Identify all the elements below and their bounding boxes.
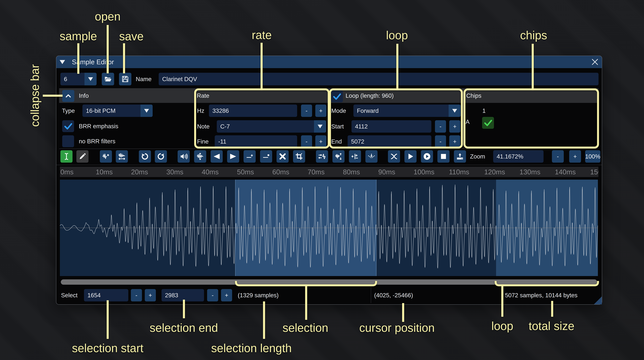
timeline-ruler[interactable]: 0ms10ms20ms30ms40ms50ms60ms70ms80ms90ms1… bbox=[60, 167, 598, 177]
note-combo[interactable]: C-7 bbox=[217, 120, 326, 132]
draw-mode-button[interactable] bbox=[76, 150, 88, 162]
note-combo-value: C-7 bbox=[220, 120, 230, 132]
zoom-in-button[interactable]: + bbox=[569, 150, 581, 162]
dropdown-arrow-icon bbox=[452, 109, 457, 113]
annotation-rate: rate bbox=[252, 28, 272, 42]
chip-enable-checkbox[interactable] bbox=[482, 117, 494, 129]
selection-end-plus-button[interactable]: + bbox=[221, 289, 232, 302]
ruler-label: 40ms bbox=[202, 167, 219, 177]
ruler-label: 140ms bbox=[555, 167, 576, 177]
speaker-icon bbox=[180, 152, 188, 160]
fine-minus-button[interactable]: - bbox=[301, 135, 312, 148]
invert-button[interactable] bbox=[332, 150, 344, 162]
loop-enable-checkbox[interactable] bbox=[331, 90, 343, 102]
type-combo[interactable]: 16-bit PCM bbox=[82, 104, 153, 117]
desktop-background: Sample Editor 6 Name Clarinet DQV bbox=[0, 0, 644, 360]
selection-start-plus-button[interactable]: + bbox=[145, 289, 156, 302]
waveform-scrollbar[interactable] bbox=[61, 280, 597, 285]
loop-start-input[interactable]: 4112 bbox=[352, 120, 431, 132]
loop-end-minus-button[interactable]: - bbox=[435, 135, 446, 148]
check-icon bbox=[482, 117, 494, 129]
fade-out-button[interactable] bbox=[227, 150, 239, 162]
loop-start-minus-button[interactable]: - bbox=[435, 120, 446, 132]
window-title: Sample Editor bbox=[72, 56, 114, 68]
crossfade-loop-button[interactable] bbox=[388, 150, 400, 162]
hz-input[interactable]: 33286 bbox=[209, 104, 297, 117]
sign-button[interactable] bbox=[349, 150, 361, 162]
name-input[interactable]: Clarinet DQV bbox=[159, 73, 598, 85]
close-icon[interactable] bbox=[591, 58, 599, 66]
rate-header: Rate bbox=[197, 88, 209, 103]
trim-button[interactable] bbox=[293, 150, 305, 162]
ruler-label: 50ms bbox=[237, 167, 254, 177]
preview-device-button[interactable] bbox=[454, 150, 466, 162]
line-star-icon bbox=[262, 152, 270, 160]
info-collapse-button[interactable] bbox=[62, 90, 74, 102]
ruler-label: 150ms bbox=[590, 167, 598, 177]
fade-in-button[interactable] bbox=[210, 150, 223, 162]
open-folder-icon bbox=[104, 75, 112, 83]
save-sample-button[interactable] bbox=[119, 73, 132, 85]
end-label: End bbox=[331, 135, 342, 148]
hz-minus-button[interactable]: - bbox=[301, 104, 312, 117]
mode-combo[interactable]: Forward bbox=[354, 104, 461, 117]
zoom-label: Zoom bbox=[470, 150, 485, 162]
dropdown-arrow-icon bbox=[88, 77, 93, 81]
delete-button[interactable] bbox=[276, 150, 289, 162]
selection-length-stem bbox=[263, 302, 265, 339]
selection-start-minus-button[interactable]: - bbox=[131, 289, 142, 302]
fine-input[interactable]: -11 bbox=[215, 135, 297, 148]
annotation-selection: selection bbox=[282, 321, 328, 334]
normalize-button[interactable] bbox=[194, 150, 206, 162]
window-titlebar[interactable]: Sample Editor bbox=[56, 56, 602, 68]
window-collapse-icon[interactable] bbox=[60, 60, 65, 64]
play-from-cursor-button[interactable] bbox=[421, 150, 433, 162]
crossfade-icon bbox=[390, 152, 398, 160]
brr-emphasis-checkbox[interactable] bbox=[62, 120, 74, 132]
mode-label: Mode bbox=[331, 104, 346, 117]
resize-button[interactable] bbox=[100, 150, 112, 162]
undo-button[interactable] bbox=[139, 150, 151, 162]
sample-combo[interactable]: 6 bbox=[60, 73, 96, 85]
ruler-label: 110ms bbox=[449, 167, 469, 177]
annotation-save: save bbox=[119, 30, 144, 43]
selection-end-input[interactable]: 2983 bbox=[162, 289, 204, 302]
fade-in-icon bbox=[213, 152, 221, 160]
selection-start-input[interactable]: 1654 bbox=[84, 289, 128, 302]
waveform-display[interactable] bbox=[60, 180, 598, 276]
loop-start-plus-button[interactable]: + bbox=[449, 120, 460, 132]
loop-end-input[interactable]: 5072 bbox=[348, 135, 431, 148]
fine-label: Fine bbox=[197, 135, 208, 148]
zoom-reset-button[interactable]: 100% bbox=[585, 150, 600, 162]
ruler-label: 0ms bbox=[60, 167, 74, 177]
ruler-label: 60ms bbox=[272, 167, 289, 177]
redo-button[interactable] bbox=[155, 150, 167, 162]
fine-plus-button[interactable]: + bbox=[315, 135, 326, 148]
note-combo-arrow[interactable] bbox=[314, 120, 326, 132]
no-brr-filters-checkbox[interactable] bbox=[62, 135, 74, 147]
type-combo-arrow[interactable] bbox=[140, 104, 153, 117]
stop-button[interactable] bbox=[438, 150, 450, 162]
reverse-button[interactable] bbox=[316, 150, 328, 162]
plus-minus-bar-icon bbox=[351, 152, 359, 160]
open-sample-button[interactable] bbox=[102, 73, 114, 85]
loop-end-plus-button[interactable]: + bbox=[449, 135, 460, 148]
no-brr-filters-label: no BRR filters bbox=[79, 135, 116, 147]
sample-combo-arrow[interactable] bbox=[84, 73, 96, 85]
selection-end-minus-button[interactable]: - bbox=[207, 289, 218, 302]
zoom-input[interactable]: 41.1672% bbox=[493, 150, 544, 162]
select-mode-button[interactable] bbox=[60, 150, 72, 162]
fade-out-icon bbox=[229, 152, 237, 160]
window-resize-grip[interactable] bbox=[594, 296, 602, 304]
info-header: Info bbox=[79, 88, 89, 103]
hz-plus-button[interactable]: + bbox=[315, 104, 326, 117]
annotation-cursor-position: cursor position bbox=[359, 321, 434, 334]
amplify-button[interactable] bbox=[178, 150, 190, 162]
resample-button[interactable] bbox=[116, 150, 128, 162]
filter-button[interactable] bbox=[366, 150, 378, 162]
mode-combo-arrow[interactable] bbox=[448, 104, 461, 117]
insert-silence-button[interactable] bbox=[244, 150, 256, 162]
apply-silence-button[interactable] bbox=[260, 150, 272, 162]
zoom-out-button[interactable]: - bbox=[552, 150, 564, 162]
play-button[interactable] bbox=[404, 150, 416, 162]
